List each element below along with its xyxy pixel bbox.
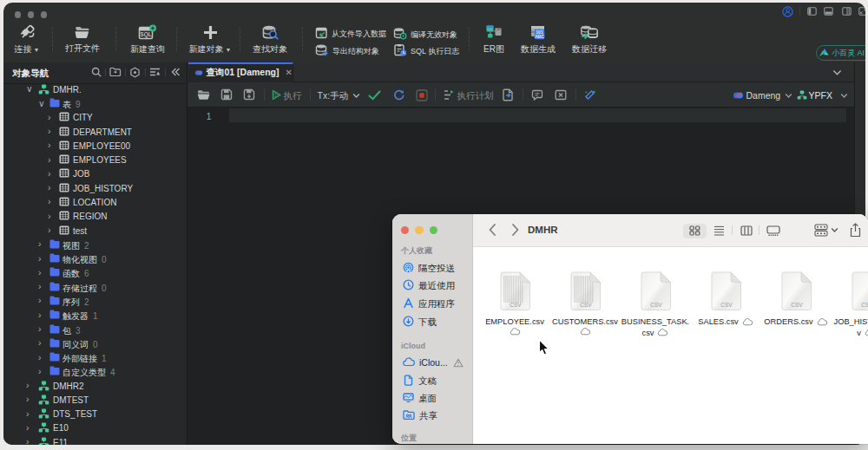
svg-text:CSV: CSV [650, 302, 662, 308]
svg-text:SQL: SQL [140, 31, 151, 38]
svg-text:CSV: CSV [861, 302, 868, 308]
svg-text:CSV: CSV [580, 302, 592, 308]
svg-text:ABC: ABC [535, 34, 544, 39]
svg-text:CSV: CSV [510, 302, 522, 308]
svg-text:CSV: CSV [720, 302, 733, 308]
svg-text:CSV: CSV [791, 302, 803, 308]
